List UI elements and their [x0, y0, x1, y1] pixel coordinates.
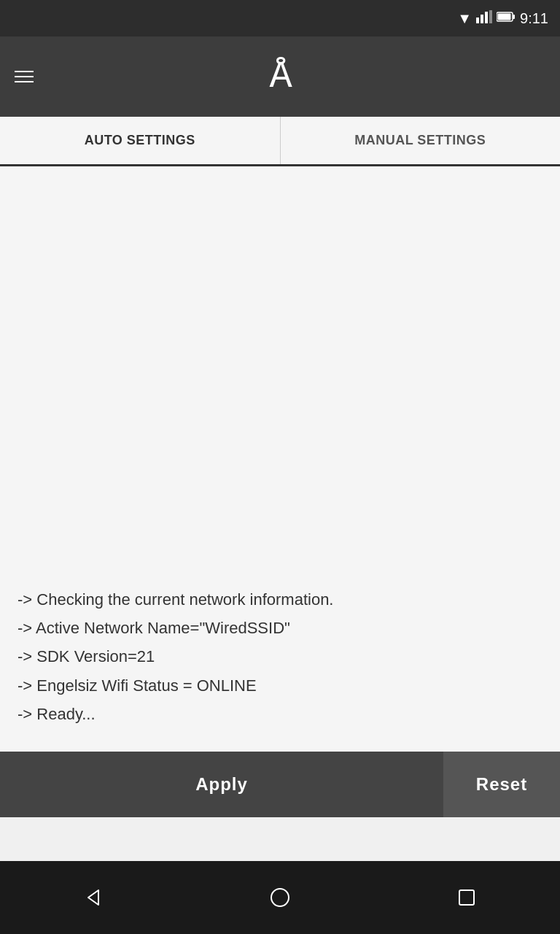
svg-point-8: [271, 889, 289, 906]
status-bar: ▼ 9:11: [0, 0, 560, 36]
spacing-area: [0, 817, 560, 861]
log-line-1: -> Checking the current network informat…: [18, 587, 542, 612]
log-line-5: -> Ready...: [18, 701, 542, 727]
log-area: -> Checking the current network informat…: [18, 587, 542, 730]
svg-rect-5: [513, 15, 515, 19]
signal-icon: [476, 10, 492, 27]
main-content: -> Checking the current network informat…: [0, 166, 560, 752]
back-button[interactable]: [75, 879, 112, 916]
reset-button[interactable]: Reset: [443, 752, 560, 817]
recent-apps-button[interactable]: [448, 879, 485, 916]
app-logo: Å: [269, 55, 290, 99]
svg-rect-9: [459, 890, 474, 905]
svg-rect-1: [481, 15, 483, 23]
log-line-3: -> SDK Version=21: [18, 644, 542, 669]
svg-rect-3: [489, 10, 492, 23]
action-bar: Apply Reset: [0, 752, 560, 817]
battery-icon: [497, 11, 516, 26]
apply-button[interactable]: Apply: [0, 752, 443, 817]
svg-rect-0: [476, 18, 479, 23]
tab-auto-settings[interactable]: AUTO SETTINGS: [0, 117, 280, 166]
hamburger-button[interactable]: [15, 71, 34, 82]
wifi-icon: ▼: [457, 10, 472, 27]
home-button[interactable]: [262, 879, 298, 916]
log-line-2: -> Active Network Name="WiredSSID": [18, 615, 542, 641]
tab-bar: AUTO SETTINGS MANUAL SETTINGS: [0, 117, 560, 166]
svg-rect-2: [485, 12, 488, 23]
top-bar: Å: [0, 36, 560, 117]
status-icons: ▼ 9:11: [457, 10, 548, 27]
tab-manual-settings[interactable]: MANUAL SETTINGS: [281, 117, 561, 164]
log-line-4: -> Engelsiz Wifi Status = ONLINE: [18, 673, 542, 698]
svg-rect-6: [498, 13, 511, 20]
time-display: 9:11: [520, 10, 548, 27]
svg-marker-7: [88, 890, 98, 905]
bottom-nav: [0, 861, 560, 934]
